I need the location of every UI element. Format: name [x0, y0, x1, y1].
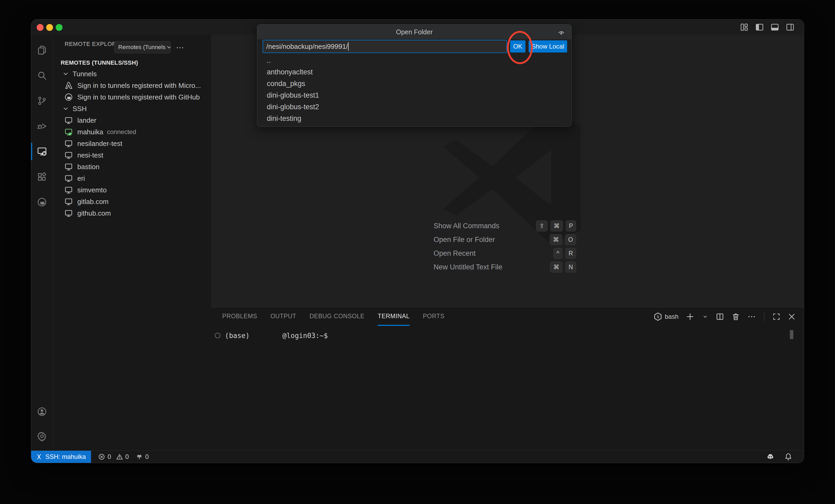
- panel-tab-debug-console[interactable]: DEBUG CONSOLE: [309, 307, 364, 326]
- folder-suggestion-conda-pkgs[interactable]: conda_pkgs: [267, 78, 566, 89]
- split-terminal-icon[interactable]: [715, 312, 725, 321]
- activity-item-github[interactable]: [31, 189, 53, 215]
- activity-item-explorer[interactable]: [31, 38, 53, 63]
- shell-label: bash: [665, 313, 678, 320]
- tree-item-lander[interactable]: lander: [53, 115, 211, 126]
- new-terminal-icon[interactable]: [685, 312, 695, 321]
- keycap: ^: [553, 248, 563, 259]
- kill-terminal-icon[interactable]: [731, 312, 740, 321]
- tree-item-label: Sign in to tunnels registered with GitHu…: [77, 93, 200, 101]
- monitor-icon: [64, 116, 73, 125]
- tree-item-nesilander-test[interactable]: nesilander-test: [53, 138, 211, 149]
- monitor-icon: [64, 162, 73, 171]
- problems-status[interactable]: 0 0: [98, 453, 129, 461]
- keycap: P: [566, 220, 576, 231]
- toggle-secondary-sidebar-icon[interactable]: [786, 22, 795, 32]
- launch-profile-chevron-icon[interactable]: [702, 313, 709, 320]
- panel-tab-ports[interactable]: PORTS: [423, 307, 444, 326]
- chevron-down-icon: [165, 43, 171, 51]
- copilot-icon[interactable]: [766, 452, 775, 461]
- error-icon: [98, 453, 105, 461]
- monitor-icon: [64, 174, 73, 183]
- tree-item-label: github.com: [77, 209, 111, 218]
- keycap: O: [565, 234, 576, 245]
- ports-status[interactable]: 0: [136, 453, 148, 461]
- folder-suggestion-dini-globus-test2[interactable]: dini-globus-test2: [267, 101, 566, 113]
- tree-item-bastion[interactable]: bastion: [53, 161, 211, 173]
- tree-item-tunnels[interactable]: Tunnels: [53, 68, 211, 80]
- customize-layout-icon[interactable]: [739, 22, 749, 32]
- monitor-icon: [64, 185, 73, 195]
- panel-tab-terminal[interactable]: TERMINAL: [378, 307, 410, 326]
- folder-suggestion-anthonyacltest[interactable]: anthonyacltest: [267, 66, 566, 78]
- activity-item-remote-explorer[interactable]: [31, 139, 53, 164]
- activity-item-source-control[interactable]: [31, 88, 53, 114]
- monitor-icon: [64, 151, 73, 160]
- activity-item-run-debug[interactable]: [31, 114, 53, 139]
- folder-suggestion-dini-globus-test1[interactable]: dini-globus-test1: [267, 89, 566, 101]
- shortcut-keys: ⌘O: [550, 234, 576, 245]
- activity-item-settings[interactable]: [31, 424, 53, 449]
- monitor-connected-icon: [64, 127, 73, 137]
- tree-item-gitlab-com[interactable]: gitlab.com: [53, 196, 211, 207]
- tree-item-sign-in-to-tunnels-registered-with-micro[interactable]: Sign in to tunnels registered with Micro…: [53, 80, 211, 91]
- panel-tab-problems[interactable]: PROBLEMS: [222, 307, 257, 326]
- tree-item-nesi-test[interactable]: nesi-test: [53, 149, 211, 161]
- panel-tab-output[interactable]: OUTPUT: [270, 307, 297, 326]
- vscode-window: REMOTE EXPLORER Remotes (Tunnels ⋯ REMOT…: [31, 20, 804, 463]
- keycap: ⌘: [550, 262, 563, 273]
- remote-status-badge[interactable]: SSH: mahuika: [31, 451, 91, 463]
- tree-item-sign-in-to-tunnels-registered-with-github[interactable]: Sign in to tunnels registered with GitHu…: [53, 91, 211, 103]
- remote-explorer-sidebar: REMOTE EXPLORER Remotes (Tunnels ⋯ REMOT…: [53, 35, 211, 451]
- statusbar-right-icons: [766, 452, 804, 461]
- tree-item-github-com[interactable]: github.com: [53, 207, 211, 219]
- folder-path-input[interactable]: /nesi/nobackup/nesi99991/: [263, 40, 507, 53]
- sidebar-more-actions-button[interactable]: ⋯: [176, 43, 184, 52]
- toggle-primary-sidebar-icon[interactable]: [755, 22, 764, 32]
- folder-suggestion-dini-testing[interactable]: dini-testing: [267, 113, 566, 124]
- tree-item-simvemto[interactable]: simvemto: [53, 184, 211, 196]
- dialog-title-text: Open Folder: [396, 28, 433, 36]
- terminal-instance-item[interactable]: $bash: [653, 312, 678, 321]
- terminal-scrollbar-thumb[interactable]: [790, 330, 793, 339]
- keycap: R: [565, 248, 576, 259]
- tree-item-label: gitlab.com: [77, 198, 109, 206]
- shortcut-row: Open Recent^R: [434, 246, 576, 260]
- more-actions-icon[interactable]: [747, 312, 756, 321]
- zoom-window-button[interactable]: [56, 24, 63, 31]
- remote-scope-select[interactable]: Remotes (Tunnels: [114, 41, 171, 53]
- activity-item-accounts[interactable]: [31, 399, 53, 424]
- minimize-window-button[interactable]: [46, 24, 53, 31]
- warning-icon: [116, 453, 123, 461]
- bell-icon[interactable]: [784, 452, 793, 461]
- keycap: ⌘: [550, 234, 562, 245]
- remote-indicator-icon: [35, 453, 43, 461]
- shortcut-keys: ⇧⌘P: [536, 220, 576, 231]
- annotation-circle: [507, 31, 533, 64]
- eye-icon[interactable]: [557, 28, 566, 37]
- shortcut-row: Show All Commands⇧⌘P: [434, 219, 576, 233]
- remote-status-label: SSH: mahuika: [45, 453, 86, 461]
- tree-item-mahuika[interactable]: mahuikaconnected: [53, 126, 211, 138]
- close-window-button[interactable]: [37, 24, 43, 31]
- terminal-prompt-env: (base): [225, 332, 250, 340]
- tree-item-eri[interactable]: eri: [53, 173, 211, 184]
- activity-item-search[interactable]: [31, 63, 53, 88]
- maximize-panel-icon[interactable]: [772, 313, 781, 321]
- shortcut-row: New Untitled Text File⌘N: [434, 260, 576, 274]
- tree-item-ssh[interactable]: SSH: [53, 103, 211, 115]
- chevron-down-icon: [62, 70, 69, 78]
- debug-icon: [37, 121, 47, 132]
- keycap: ⇧: [536, 220, 547, 231]
- tree-item-label: SSH: [73, 105, 86, 113]
- toggle-panel-icon[interactable]: [770, 22, 779, 32]
- connection-status-badge: connected: [107, 128, 136, 136]
- warning-count: 0: [125, 453, 129, 461]
- show-local-button[interactable]: Show Local: [529, 40, 567, 53]
- close-panel-icon[interactable]: [788, 313, 796, 321]
- panel-toolbar: $bash: [653, 307, 796, 326]
- activity-item-extensions[interactable]: [31, 164, 53, 189]
- tree-item-label: Tunnels: [73, 70, 97, 78]
- folder-path-value: /nesi/nobackup/nesi99991/: [266, 42, 348, 51]
- error-count: 0: [107, 453, 111, 461]
